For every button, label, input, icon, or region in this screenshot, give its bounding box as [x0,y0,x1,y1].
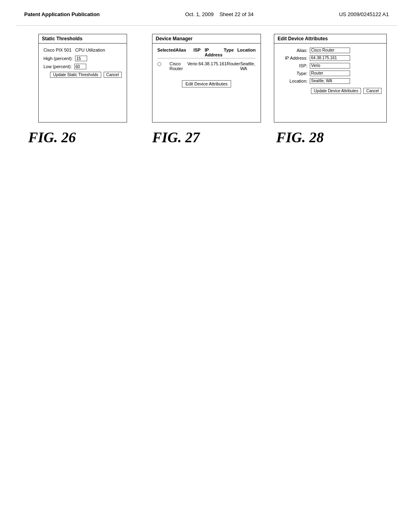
row-location: Seattle, WA [240,61,256,71]
row-alias: Cisco Router [169,61,187,71]
main-content: Static Thresholds Cisco PIX 501 CPU Util… [0,26,413,162]
ip-row: IP Address: 64.38.175.161 [279,55,382,61]
col-header-selected: Selected [157,48,175,57]
page-header: Patent Application Publication Oct. 1, 2… [0,0,413,25]
low-input[interactable]: 60 [74,64,86,69]
fig26-device-info: Cisco PIX 501 CPU Utilization [44,48,122,52]
fig27-dialog: Device Manager Selected Alias ISP IP Add… [152,34,261,123]
fig26-low-row: Low (percent): 60 [44,64,122,69]
fig28-cancel-btn[interactable]: Cancel [363,88,382,94]
high-label: High (percent): [44,56,73,61]
fig27-column-headers: Selected Alias ISP IP Address Type Locat… [157,48,256,58]
fig26-dialog: Static Thresholds Cisco PIX 501 CPU Util… [38,34,127,123]
ip-label: IP Address: [279,56,307,60]
figure-26-panel: Static Thresholds Cisco PIX 501 CPU Util… [24,34,141,146]
figures-row: Static Thresholds Cisco PIX 501 CPU Util… [24,34,389,146]
fig27-table-row: Cisco Router Verio 64.38.175.161 Router … [157,60,256,72]
fig27-title: Device Manager [152,34,261,44]
location-row: Location: Seattle, WA [279,78,382,84]
figure-28-panel: Edit Device Attributes Alias: Cisco Rout… [272,34,389,146]
fig28-dialog: Edit Device Attributes Alias: Cisco Rout… [274,34,387,123]
col-header-type: Type [224,48,237,57]
type-row: Type: Router [279,71,382,76]
row-radio[interactable] [157,61,169,71]
col-header-isp: ISP [194,48,205,57]
update-static-btn[interactable]: Update Static Thresholds [50,72,101,78]
header-right: US 2009/0245122 A1 [339,11,389,17]
edit-device-btn[interactable]: Edit Device Attributes [182,80,232,87]
type-input[interactable]: Router [310,71,350,76]
fig28-label: FIG. 28 [272,129,389,146]
alias-row: Alias: Cisco Router [279,48,382,53]
row-isp: Verio [187,61,198,71]
figure-27-panel: Device Manager Selected Alias ISP IP Add… [148,34,265,146]
fig27-label: FIG. 27 [148,129,265,146]
fig28-update-row: Update Device Attributes Cancel [279,88,382,94]
location-label: Location: [279,79,307,83]
col-header-ip: IP Address [205,48,224,57]
ip-input[interactable]: 64.38.175.161 [310,55,350,61]
fig27-body: Selected Alias ISP IP Address Type Locat… [152,44,261,93]
header-date: Oct. 1, 2009 Sheet 22 of 34 [185,11,254,17]
isp-label: ISP: [279,63,307,68]
location-input[interactable]: Seattle, WA [310,78,350,84]
col-header-location: Location [237,48,256,57]
isp-row: ISP: Verio [279,63,382,69]
isp-input[interactable]: Verio [310,63,350,69]
col-header-alias: Alias [175,48,193,57]
fig28-body: Alias: Cisco Router IP Address: 64.38.17… [274,44,386,98]
fig26-update-row: Update Static Thresholds Cancel [44,72,122,78]
fig26-high-row: High (percent): 15 [44,56,122,61]
fig26-title: Static Thresholds [39,34,127,44]
row-type: Router [227,61,240,71]
fig28-title: Edit Device Attributes [274,34,386,44]
fig26-label: FIG. 26 [24,129,141,146]
fig26-cancel-btn[interactable]: Cancel [104,72,122,78]
low-label: Low (percent): [44,64,72,69]
alias-label: Alias: [279,48,307,53]
row-ip: 64.38.175.161 [198,61,227,71]
alias-input[interactable]: Cisco Router [310,48,350,53]
fig26-body: Cisco PIX 501 CPU Utilization High (perc… [39,44,127,82]
header-left: Patent Application Publication [24,11,100,17]
update-device-btn[interactable]: Update Device Attributes [311,88,361,94]
high-input[interactable]: 15 [75,56,87,61]
type-label: Type: [279,71,307,76]
